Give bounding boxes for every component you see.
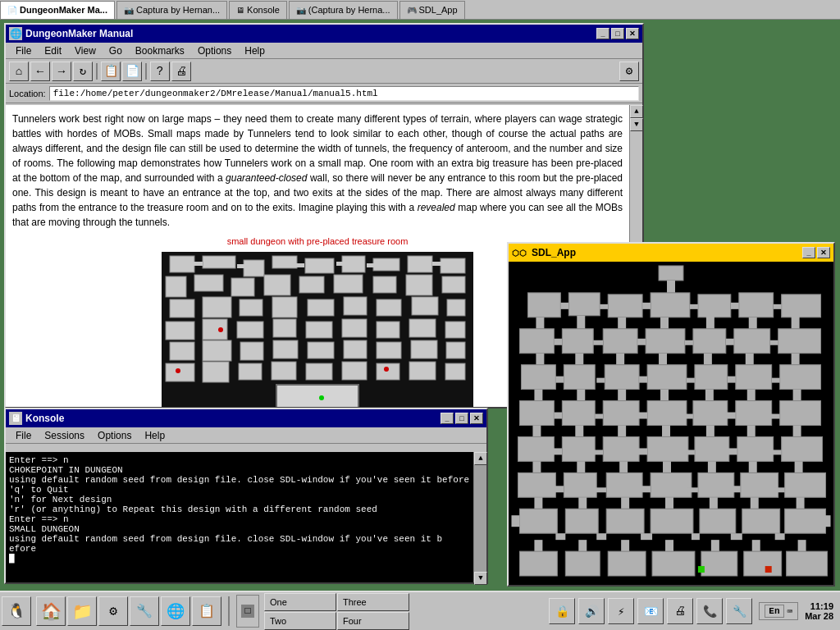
scroll-up-button[interactable]: ▲ [630, 105, 643, 118]
menu-go[interactable]: Go [103, 43, 129, 58]
svg-rect-171 [606, 472, 642, 497]
minimize-button[interactable]: _ [596, 28, 609, 39]
svg-rect-82 [536, 317, 544, 329]
app-btn-5[interactable]: 🌐 [161, 596, 190, 626]
svg-rect-214 [744, 551, 782, 576]
svg-rect-63 [294, 263, 304, 267]
konsole-scroll-track[interactable] [474, 465, 486, 572]
close-button[interactable]: ✕ [626, 28, 639, 39]
help-button[interactable]: ? [150, 62, 170, 81]
print-button[interactable]: 🖨 [171, 62, 191, 81]
svg-rect-180 [729, 486, 741, 492]
svg-point-58 [176, 368, 180, 373]
menu-file[interactable]: File [9, 43, 38, 58]
svg-rect-27 [447, 299, 465, 316]
svg-rect-142 [532, 425, 541, 436]
svg-rect-20 [203, 297, 231, 317]
konsole-scroll-down[interactable]: ▼ [474, 572, 487, 585]
konsole-menu-options[interactable]: Options [91, 428, 138, 443]
systray-phone[interactable]: 📞 [696, 598, 723, 624]
svg-rect-65 [367, 263, 375, 267]
systray-mail[interactable]: 📧 [637, 598, 664, 624]
language-indicator[interactable]: En [765, 605, 783, 618]
konsole-maximize[interactable]: □ [455, 413, 468, 424]
systray-volume[interactable]: 🔒 [549, 598, 575, 624]
svg-rect-131 [603, 401, 639, 426]
taskbar-tasks: □ One Three Two Four [233, 593, 542, 630]
svg-rect-172 [651, 472, 692, 497]
konsole-scrollbar[interactable]: ▲ ▼ [473, 452, 486, 582]
task-two[interactable]: Two [264, 612, 336, 630]
paste-button[interactable]: 📄 [122, 62, 142, 81]
svg-rect-87 [749, 317, 757, 329]
svg-rect-96 [554, 339, 562, 345]
konsole-icon: 🖥 [9, 412, 22, 425]
systray-battery[interactable]: ⚡ [608, 598, 634, 624]
app-btn-2[interactable]: 📁 [67, 596, 97, 626]
tab-sdlapp[interactable]: 🎮 SDL_App [399, 1, 465, 19]
location-input[interactable] [49, 86, 639, 101]
keyboard-icon: ⌨ [788, 606, 793, 617]
svg-rect-178 [639, 486, 651, 492]
menu-options[interactable]: Options [191, 43, 238, 58]
menu-edit[interactable]: Edit [38, 43, 68, 58]
menu-help[interactable]: Help [238, 43, 272, 58]
svg-rect-86 [706, 316, 714, 329]
konsole-close[interactable]: ✕ [470, 413, 483, 424]
tab-konsole[interactable]: 🖥 Konsole [229, 1, 287, 19]
systray-network[interactable]: 🔊 [578, 598, 605, 624]
task-three[interactable]: Three [337, 593, 409, 611]
svg-rect-136 [554, 413, 562, 419]
konsole-content[interactable]: Enter ==> n CHOKEPOINT IN DUNGEON using … [6, 452, 473, 582]
home-button[interactable]: ⌂ [9, 62, 29, 81]
tab-captura2[interactable]: 📷 (Captura by Herna... [289, 1, 398, 19]
svg-rect-126 [705, 390, 714, 401]
maximize-button[interactable]: □ [611, 28, 624, 39]
konsole-menu-help[interactable]: Help [138, 428, 171, 443]
svg-rect-213 [701, 551, 737, 576]
svg-rect-113 [695, 365, 728, 390]
svg-rect-211 [608, 551, 646, 576]
back-button[interactable]: ← [30, 62, 50, 81]
forward-button[interactable]: → [52, 62, 71, 81]
svg-rect-46 [166, 363, 194, 381]
svg-rect-157 [593, 450, 603, 454]
app-start-button[interactable]: 🐧 [2, 596, 31, 626]
svg-rect-181 [774, 487, 785, 492]
task-four[interactable]: Four [337, 612, 409, 630]
svg-rect-62 [237, 264, 245, 268]
settings-button[interactable]: ⚙ [619, 62, 639, 81]
app-btn-6[interactable]: 📋 [192, 596, 221, 626]
reload-button[interactable]: ↻ [73, 62, 93, 81]
konsole-menu-sessions[interactable]: Sessions [38, 428, 91, 443]
systray-printer[interactable]: 🖨 [667, 598, 693, 624]
svg-rect-207 [752, 540, 760, 551]
task-one[interactable]: One [264, 593, 336, 611]
tab-captura1[interactable]: 📷 Captura by Hernan... [116, 1, 227, 19]
svg-rect-183 [578, 497, 587, 509]
app-btn-3[interactable]: ⚙ [98, 596, 128, 626]
svg-rect-22 [272, 297, 297, 317]
tab-dungeonmaker[interactable]: 📄 DungeonMaker Ma... [0, 1, 115, 19]
menu-bookmarks[interactable]: Bookmarks [129, 43, 191, 58]
svg-rect-54 [445, 363, 465, 380]
svg-rect-2 [203, 256, 235, 268]
copy-button[interactable]: 📋 [101, 62, 121, 81]
svg-rect-85 [660, 317, 669, 329]
svg-rect-15 [334, 275, 363, 293]
taskbar-apps: 🏠 📁 ⚙ 🔧 🌐 📋 [33, 596, 225, 626]
svg-rect-141 [770, 414, 780, 419]
scroll-down-button[interactable]: ▼ [630, 118, 643, 131]
svg-rect-209 [519, 551, 557, 576]
sdl-close[interactable]: ✕ [817, 247, 830, 258]
konsole-scroll-up[interactable]: ▲ [474, 452, 487, 465]
konsole-minimize[interactable]: _ [441, 413, 454, 424]
svg-rect-72 [651, 293, 690, 317]
sdl-minimize[interactable]: _ [802, 247, 815, 258]
systray-settings[interactable]: 🔧 [726, 598, 752, 624]
app-btn-1[interactable]: 🏠 [36, 596, 66, 626]
konsole-menu-file[interactable]: File [9, 428, 38, 443]
menu-view[interactable]: View [68, 43, 103, 58]
sdl-titlebar-left: ⬡⬡ SDL_App [512, 247, 576, 258]
app-btn-4[interactable]: 🔧 [130, 596, 159, 626]
